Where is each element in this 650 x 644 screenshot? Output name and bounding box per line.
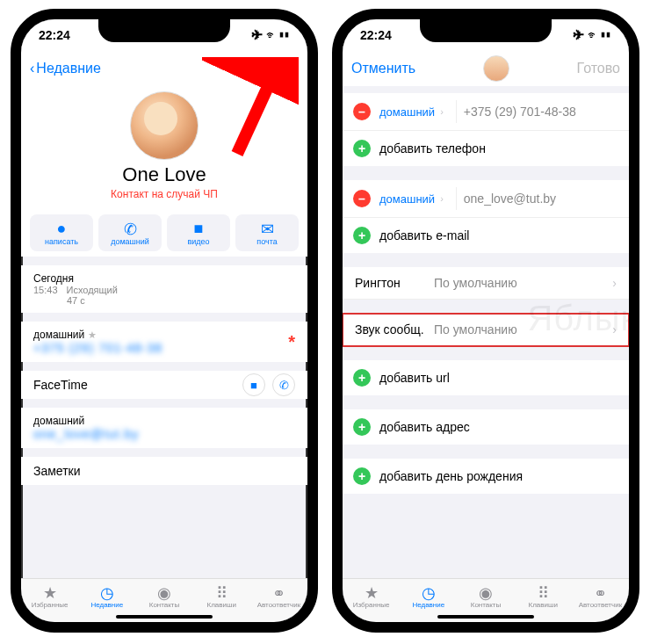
remove-email-button[interactable]: – bbox=[353, 190, 371, 207]
divider bbox=[456, 187, 457, 210]
tab-favorites[interactable]: ★Избранные bbox=[343, 579, 400, 622]
profile-header: One Love Контакт на случай ЧП bbox=[21, 86, 307, 209]
add-address-row[interactable]: + добавить адрес bbox=[343, 409, 629, 445]
ringtone-label: Рингтон bbox=[355, 276, 434, 290]
add-icon: + bbox=[353, 467, 371, 485]
star-icon: ★ bbox=[88, 329, 97, 340]
divider bbox=[456, 100, 457, 123]
email-field-row[interactable]: – домашний › one_love@tut.by bbox=[343, 180, 629, 218]
add-url-label: добавить url bbox=[379, 371, 450, 385]
phone-edit-group: – домашний › +375 (29) 701-48-38 + добав… bbox=[343, 93, 629, 166]
chevron-left-icon: ‹ bbox=[30, 61, 34, 76]
add-address-label: добавить адрес bbox=[379, 420, 470, 434]
email-type-picker[interactable]: домашний bbox=[379, 192, 435, 206]
status-icons: ✈ ᯤ ▮▮ bbox=[574, 29, 611, 41]
video-icon: ■ bbox=[250, 379, 257, 392]
facetime-video-button[interactable]: ■ bbox=[242, 373, 265, 396]
add-birthday-row[interactable]: + добавить день рождения bbox=[343, 459, 629, 494]
person-icon: ◉ bbox=[135, 583, 192, 601]
notes-row[interactable]: Заметки bbox=[21, 457, 307, 485]
birthday-group: + добавить день рождения bbox=[343, 459, 629, 494]
voicemail-icon: ⚭ bbox=[250, 583, 307, 601]
message-button[interactable]: ● написать bbox=[30, 214, 93, 251]
ringtone-group: Рингтон По умолчанию › bbox=[343, 267, 629, 300]
notes-label: Заметки bbox=[33, 464, 81, 478]
keypad-icon: ⠿ bbox=[193, 583, 250, 601]
add-icon: + bbox=[353, 140, 371, 157]
clock-icon: ◷ bbox=[400, 583, 457, 601]
add-icon: + bbox=[353, 369, 371, 387]
url-group: + добавить url bbox=[343, 360, 629, 395]
ringtone-row[interactable]: Рингтон По умолчанию › bbox=[343, 267, 629, 300]
done-button[interactable]: Готово bbox=[577, 61, 620, 76]
remove-phone-button[interactable]: – bbox=[353, 103, 371, 120]
avatar[interactable] bbox=[130, 91, 199, 160]
content-left: One Love Контакт на случай ЧП ● написать… bbox=[21, 86, 307, 578]
facetime-audio-button[interactable]: ✆ bbox=[272, 373, 295, 396]
home-indicator[interactable] bbox=[437, 615, 534, 619]
person-icon: ◉ bbox=[457, 583, 514, 601]
phone-input[interactable]: +375 (29) 701-48-38 bbox=[464, 105, 576, 119]
emergency-label: Контакт на случай ЧП bbox=[21, 188, 307, 200]
status-icons: ✈ ᯤ ▮▮ bbox=[252, 29, 290, 41]
recent-time: 15:43 bbox=[33, 285, 58, 295]
phone-icon: ✆ bbox=[98, 220, 162, 237]
texttone-value: По умолчанию bbox=[434, 322, 612, 336]
tab-voicemail[interactable]: ⚭Автоответчик bbox=[250, 579, 307, 622]
phone-field-row[interactable]: – домашний › +375 (29) 701-48-38 bbox=[343, 93, 629, 131]
message-label: написать bbox=[30, 237, 93, 246]
add-email-label: добавить e-mail bbox=[379, 228, 469, 242]
nav-bar: ‹ Недавние Править bbox=[21, 51, 307, 86]
chevron-right-icon: › bbox=[440, 106, 444, 117]
keypad-icon: ⠿ bbox=[515, 583, 572, 601]
tab-favorites[interactable]: ★Избранные bbox=[21, 579, 78, 622]
back-label: Недавние bbox=[36, 61, 101, 76]
recent-call-row[interactable]: Сегодня 15:43 Исходящий 47 с bbox=[21, 265, 307, 313]
nav-bar: Отменить Готово bbox=[343, 51, 629, 86]
phone-label: домашний bbox=[33, 329, 84, 341]
email-section: домашний one_love@tut.by bbox=[21, 408, 307, 448]
texttone-row[interactable]: Звук сообщ. По умолчанию › bbox=[343, 314, 629, 346]
recent-call-section: Сегодня 15:43 Исходящий 47 с bbox=[21, 265, 307, 313]
phone-row[interactable]: домашний ★ +375 (29) 701-48-38 * bbox=[21, 322, 307, 362]
add-url-row[interactable]: + добавить url bbox=[343, 360, 629, 395]
cancel-button[interactable]: Отменить bbox=[351, 61, 415, 76]
notes-section: Заметки bbox=[21, 457, 307, 485]
mail-button[interactable]: ✉ почта bbox=[235, 214, 299, 251]
facetime-row[interactable]: FaceTime ■ ✆ bbox=[21, 371, 307, 399]
call-button[interactable]: ✆ домашний bbox=[98, 214, 162, 251]
email-edit-group: – домашний › one_love@tut.by + добавить … bbox=[343, 180, 629, 253]
clock-icon: ◷ bbox=[78, 583, 135, 601]
tab-voicemail[interactable]: ⚭Автоответчик bbox=[572, 579, 629, 622]
edit-button[interactable]: Править bbox=[244, 61, 299, 76]
phone-frame-left: 22:24 ✈ ᯤ ▮▮ ‹ Недавние Править One Love… bbox=[11, 9, 318, 633]
contact-name: One Love bbox=[21, 163, 307, 186]
call-label: домашний bbox=[98, 237, 162, 246]
chat-bubble-icon: ● bbox=[30, 220, 93, 237]
mail-label: почта bbox=[235, 237, 299, 246]
facetime-label: FaceTime bbox=[33, 378, 88, 392]
content-right[interactable]: – домашний › +375 (29) 701-48-38 + добав… bbox=[343, 86, 629, 578]
email-input[interactable]: one_love@tut.by bbox=[464, 192, 556, 206]
back-button[interactable]: ‹ Недавние bbox=[30, 61, 101, 76]
star-icon: ★ bbox=[343, 583, 400, 601]
add-email-row[interactable]: + добавить e-mail bbox=[343, 218, 629, 253]
star-icon: ★ bbox=[21, 583, 78, 601]
facetime-section: FaceTime ■ ✆ bbox=[21, 371, 307, 399]
email-label: домашний bbox=[33, 415, 295, 427]
notch bbox=[420, 19, 552, 42]
home-indicator[interactable] bbox=[116, 615, 213, 619]
texttone-group: Звук сообщ. По умолчанию › bbox=[343, 314, 629, 346]
phone-value: +375 (29) 701-48-38 bbox=[33, 341, 295, 355]
add-birthday-label: добавить день рождения bbox=[379, 469, 523, 483]
add-phone-row[interactable]: + добавить телефон bbox=[343, 131, 629, 166]
email-row[interactable]: домашний one_love@tut.by bbox=[21, 408, 307, 448]
video-label: видео bbox=[167, 237, 230, 246]
phone-type-picker[interactable]: домашний bbox=[379, 105, 435, 119]
add-icon: + bbox=[353, 227, 371, 244]
ringtone-value: По умолчанию bbox=[434, 276, 612, 290]
asterisk-annotation: * bbox=[288, 332, 295, 352]
video-button[interactable]: ■ видео bbox=[167, 214, 230, 251]
avatar-small[interactable] bbox=[483, 55, 509, 82]
notch bbox=[98, 19, 230, 42]
